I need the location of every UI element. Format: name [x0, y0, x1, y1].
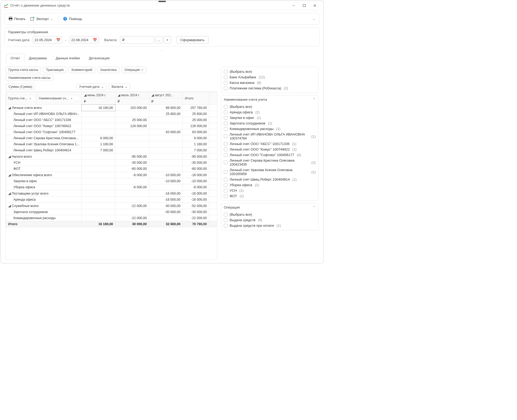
table-row[interactable]: ◢ Налоги всего-95 000,00-95 000,00 [6, 153, 217, 160]
checkbox[interactable] [224, 86, 228, 90]
minimize-button[interactable] [288, 2, 299, 9]
checkbox[interactable] [224, 81, 228, 85]
pill-comment[interactable]: Комментарий [69, 67, 95, 73]
filter-checkbox-row[interactable]: Закупки в офис(1) [224, 115, 316, 120]
maximize-button[interactable] [299, 2, 310, 9]
filter-checkbox-row[interactable]: (Выбрать все) [224, 212, 316, 217]
filter-checkbox-row[interactable]: Командировочные расходы(1) [224, 126, 316, 131]
col-month-1[interactable]: ◢ июнь 2024 г. [82, 92, 115, 98]
checkbox[interactable] [224, 170, 228, 174]
checkbox[interactable] [224, 224, 228, 228]
col-name[interactable]: Наименование сч...▲ [39, 96, 79, 100]
toolbar-collapse-chevron[interactable]: ⌄ [313, 17, 316, 21]
checkbox[interactable] [224, 161, 228, 164]
table-row[interactable]: Уборка офиса-6 000,00-6 000,00 [6, 184, 217, 190]
checkbox[interactable] [224, 105, 228, 109]
collapse-caret-icon[interactable]: ◢ [8, 106, 11, 110]
close-button[interactable] [310, 2, 320, 9]
collapse-caret-icon[interactable]: ◢ [8, 173, 11, 177]
collapse-icon[interactable]: ⌃ [313, 98, 316, 102]
filter-checkbox-row[interactable]: Выдача средств(9) [224, 218, 316, 223]
table-row[interactable]: ◢ Служебные всего-22 000,00-30 000,00-52… [6, 203, 217, 209]
table-row[interactable]: ◢ Личные счета всего16 180,00153 000,008… [6, 105, 217, 111]
filter-checkbox-row[interactable]: Личный счет ООО "Софтико" 100456177(4) [224, 152, 316, 157]
pill-currency[interactable]: Валюта▲ [109, 84, 130, 90]
filter-checkbox-row[interactable]: УСН(1) [224, 188, 316, 193]
filter-checkbox-row[interactable]: Аренда офиса(2) [224, 110, 316, 115]
checkbox[interactable] [224, 194, 228, 198]
checkbox[interactable] [224, 213, 228, 216]
table-row[interactable]: Личный счет ИП ИВАНОВА ОЛЬГА ИВАН...25 6… [6, 111, 217, 117]
filter-checkbox-row[interactable]: Личный счет Швец Роберт 100404814(1) [224, 177, 316, 182]
checkbox[interactable] [224, 153, 228, 157]
checkbox[interactable] [224, 75, 228, 79]
pill-group-account[interactable]: Группа счета кассы [6, 67, 41, 73]
checkbox[interactable] [224, 122, 228, 125]
col-group[interactable]: Группа сче...▲ [8, 96, 35, 100]
table-row[interactable]: Аренда офиса-16 000,00-16 000,00 [6, 197, 217, 203]
print-button[interactable]: Печать [8, 17, 26, 21]
filter-checkbox-row[interactable]: Уборка офиса(1) [224, 182, 316, 187]
window-drag-handle[interactable] [158, 1, 166, 2]
calendar-icon[interactable]: 📅 [56, 38, 60, 42]
pill-operation[interactable]: Операция [122, 67, 146, 73]
pill-analytics[interactable]: Аналитика [97, 67, 119, 73]
collapse-caret-icon[interactable]: ◢ [8, 191, 11, 195]
currency-browse-button[interactable]: ... [155, 36, 163, 44]
filter-checkbox-row[interactable]: Личный счет ООО "Комус" 100749422(1) [224, 147, 316, 152]
filter-checkbox-row[interactable]: Зарплата сотрудников(1) [224, 121, 316, 126]
collapse-icon[interactable]: ⌃ [313, 205, 316, 209]
date-to-input[interactable]: 22.08.2024 📅 [69, 36, 99, 44]
table-row[interactable]: Личный счет Серова Кристина Олеговна...8… [6, 135, 217, 141]
checkbox[interactable] [224, 189, 228, 192]
collapse-caret-icon[interactable]: ◢ [8, 204, 11, 208]
date-from-input[interactable]: 22.05.2024 📅 [33, 36, 62, 44]
checkbox[interactable] [224, 178, 228, 181]
table-row[interactable]: УСН-35 000,00-35 000,00 [6, 160, 217, 166]
filter-checkbox-row[interactable]: (Выбрать все) [224, 104, 316, 109]
filter-checkbox-row[interactable]: Банк Альфабанк(12) [224, 75, 316, 80]
table-row[interactable]: Закупки в офис-10 000,00-10 000,00 [6, 178, 217, 184]
col-total[interactable]: Итого [183, 92, 209, 105]
checkbox[interactable] [224, 110, 228, 114]
filter-checkbox-row[interactable]: Личный счет Серова Кристина Олеговна 100… [224, 158, 316, 167]
help-button[interactable]: ? Помощь [63, 17, 82, 21]
pill-acct-date[interactable]: Учетная дата▲ [76, 84, 107, 90]
checkbox[interactable] [224, 127, 228, 131]
filter-checkbox-row[interactable]: Личный счет ООО "АБСС" 100171336(1) [224, 141, 316, 146]
currency-clear-button[interactable]: × [164, 36, 171, 44]
tab-chart[interactable]: Диаграмма [25, 54, 51, 63]
export-button[interactable]: Экспорт ⌄ [30, 17, 54, 21]
table-row[interactable]: Личный счет Уралова Ксения Олеговна 1...… [6, 141, 217, 147]
checkbox[interactable] [224, 116, 228, 120]
checkbox[interactable] [224, 218, 228, 222]
filter-checkbox-row[interactable]: Выдача средств при оплате(1) [224, 223, 316, 228]
filter-checkbox-row[interactable]: Личный счет Уралова Ксения Олеговна 1001… [224, 167, 316, 176]
filter-checkbox-row[interactable]: ФОТ(2) [224, 194, 316, 199]
table-row[interactable]: Личный счет ООО "Софтико" 10045617763 00… [6, 129, 217, 135]
tab-details[interactable]: Детализация [84, 54, 114, 63]
checkbox[interactable] [224, 148, 228, 151]
table-row[interactable]: Личный счет ООО "АБСС" 10017133625 000,0… [6, 117, 217, 123]
filter-checkbox-row[interactable]: (Выбрать все) [224, 69, 316, 74]
checkbox[interactable] [224, 70, 228, 74]
filter-checkbox-row[interactable]: Касса магазина(6) [224, 80, 316, 85]
pill-account-name[interactable]: Наименование счета кассы [6, 75, 53, 81]
checkbox[interactable] [224, 134, 228, 138]
table-row[interactable]: Командировочные расходы-22 000,00-22 000… [6, 215, 217, 221]
calendar-icon[interactable]: 📅 [93, 38, 97, 42]
checkbox[interactable] [224, 183, 228, 187]
table-row[interactable]: ФОТ-60 000,00-60 000,00 [6, 166, 217, 172]
tab-report[interactable]: Отчет [6, 54, 25, 63]
collapse-caret-icon[interactable]: ◢ [8, 155, 11, 158]
generate-button[interactable]: Сформировать [176, 36, 209, 44]
currency-input[interactable]: ₽ [120, 36, 154, 44]
col-month-3[interactable]: ◢ август 202... [149, 92, 183, 98]
pill-sum[interactable]: Сумма (Сумма) [6, 84, 35, 90]
table-row[interactable]: ◢ Поставщики услуг всего-16 000,00-16 00… [6, 190, 217, 197]
table-row[interactable]: Личный счет Швец Роберт 1004048147 000,0… [6, 147, 217, 153]
table-row[interactable]: Личный счет ООО "Комус" 100749422128 000… [6, 123, 217, 129]
filter-checkbox-row[interactable]: Платежная система (Робокасса)(2) [224, 86, 316, 91]
checkbox[interactable] [224, 142, 228, 146]
splitter-handle[interactable]: ..... [4, 49, 320, 51]
